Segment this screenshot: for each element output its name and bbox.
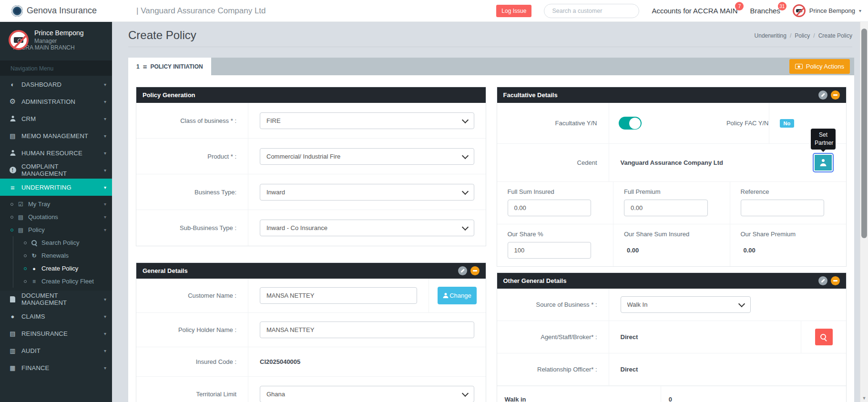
bullet-icon — [10, 203, 13, 206]
edit-panel-button[interactable] — [818, 276, 827, 285]
vertical-scrollbar[interactable]: ▼ — [860, 22, 868, 402]
scrollbar-down-arrow[interactable]: ▼ — [860, 396, 868, 401]
sidebar-item-create-policy[interactable]: Create Policy — [13, 262, 112, 275]
sidebar-item-document-management[interactable]: DOCUMENT MANAGEMENT ▾ — [0, 291, 112, 308]
edit-panel-button[interactable] — [458, 266, 467, 275]
full-sum-insured-input[interactable] — [508, 200, 592, 216]
collapse-panel-button[interactable] — [831, 90, 840, 100]
policy-children: Search Policy Renewals Create Policy Cre… — [13, 236, 112, 288]
sidebar-item-audit[interactable]: AUDIT ▾ — [0, 342, 112, 359]
chevron-down-icon: ▾ — [104, 365, 106, 371]
chevron-down-icon: ▾ — [104, 297, 106, 302]
minus-icon — [833, 280, 837, 281]
set-partner-button[interactable] — [814, 154, 833, 171]
general-details-panel: General Details Customer Name : — [136, 262, 486, 402]
breadcrumb-underwriting[interactable]: Underwriting — [755, 32, 786, 39]
panel-title: Policy Generation — [143, 91, 195, 99]
sidebar-item-renewals[interactable]: Renewals — [13, 249, 112, 262]
policy-holder-input[interactable] — [260, 322, 474, 338]
log-issue-button[interactable]: Log Issue — [496, 5, 531, 17]
sidebar-item-reinsurance[interactable]: REINSURANCE ▾ — [0, 325, 112, 342]
memo-icon — [9, 132, 17, 140]
tabs-band: 1 ≡ POLICY INITIATION Policy Actions — [128, 58, 854, 75]
minus-icon — [473, 270, 477, 271]
customer-search-input[interactable] — [544, 4, 639, 18]
chevron-down-icon: ▾ — [104, 185, 106, 190]
company-name: | Vanguard Assurance Company Ltd — [136, 6, 266, 16]
product-select[interactable]: Commercial/ Industrial Fire — [260, 148, 474, 165]
sidebar-item-finance[interactable]: FINANCE ▾ — [0, 359, 112, 376]
sidebar-item-memo-management[interactable]: MEMO MANAGEMENT ▾ — [0, 127, 112, 144]
product-select-wrap: Commercial/ Industrial Fire — [260, 148, 474, 165]
sub-business-type-select[interactable]: Inward - Co Insurance — [260, 220, 474, 236]
sidebar-item-complaint-management[interactable]: ! COMPLAINT MANAGEMENT ▾ — [0, 161, 112, 179]
breadcrumb-create-policy[interactable]: Create Policy — [818, 32, 852, 39]
audit-icon — [9, 347, 17, 354]
sidebar-item-underwriting[interactable]: UNDERWRITING ▾ — [0, 179, 112, 196]
accounts-link[interactable]: Accounts for ACCRA MAIN 7 — [652, 7, 737, 15]
chevron-down-icon: ▾ — [104, 348, 106, 353]
tab-policy-initiation[interactable]: 1 ≡ POLICY INITIATION — [128, 58, 211, 75]
policy-generation-panel: Policy Generation Class of business * : … — [136, 87, 486, 246]
chevron-down-icon: ▾ — [104, 151, 106, 156]
brand[interactable]: Genova Insurance — [11, 5, 131, 17]
policy-actions-button[interactable]: Policy Actions — [789, 59, 850, 74]
set-partner-tooltip: Set Partner — [811, 129, 836, 150]
sidebar-item-claims[interactable]: CLAIMS ▾ — [0, 308, 112, 325]
agent-search-button[interactable] — [815, 329, 833, 345]
sidebar-item-my-tray[interactable]: My Tray ▾ — [0, 198, 112, 211]
customer-name-row: Customer Name : Change — [136, 279, 486, 313]
sidebar-user-name: Prince Bempong — [34, 29, 84, 37]
collapse-panel-button[interactable] — [470, 266, 480, 275]
full-premium-input[interactable] — [624, 200, 708, 216]
change-customer-button[interactable]: Change — [438, 287, 477, 304]
panel-title: Facultative Details — [503, 91, 558, 99]
chevron-down-icon: ▾ — [104, 99, 106, 104]
source-of-business-select[interactable]: Walk In — [621, 296, 751, 313]
class-of-business-select[interactable]: FIRE — [260, 112, 474, 129]
customer-name-input[interactable] — [260, 287, 417, 304]
sidebar-user-panel: Prince Bempong Manager ACCRA MAIN BRANCH — [0, 22, 112, 57]
sidebar-item-dashboard[interactable]: DASHBOARD ▾ — [0, 76, 112, 93]
user-icon — [819, 159, 827, 166]
sidebar-avatar — [9, 30, 29, 50]
chevron-down-icon: ▾ — [104, 314, 106, 319]
user-name: Prince Bempong — [809, 7, 855, 14]
facultative-toggle[interactable] — [619, 117, 642, 130]
reference-input[interactable] — [741, 200, 825, 216]
gear-icon — [9, 97, 17, 106]
sidebar-item-search-policy[interactable]: Search Policy — [13, 236, 112, 249]
user-avatar — [793, 4, 806, 17]
edit-panel-button[interactable] — [818, 90, 827, 100]
users-icon — [9, 150, 17, 156]
policy-initiation-card: Policy Generation Class of business * : … — [128, 75, 854, 402]
branches-badge: 31 — [778, 2, 786, 10]
accounts-badge: 7 — [735, 2, 744, 10]
breadcrumb-policy[interactable]: Policy — [795, 32, 810, 39]
sidebar-item-quotations[interactable]: Quotations ▾ — [0, 211, 112, 223]
sidebar-item-policy[interactable]: Policy ▾ — [0, 223, 112, 236]
sidebar-item-crm[interactable]: CRM ▾ — [0, 110, 112, 127]
topbar: Genova Insurance | Vanguard Assurance Co… — [0, 0, 868, 22]
other-general-details-panel: Other General Details Source of Business… — [497, 272, 847, 402]
product-row: Product * : Commercial/ Industrial Fire — [136, 139, 486, 174]
tray-check-icon — [17, 201, 24, 208]
search-icon — [820, 334, 827, 341]
territorial-limit-select[interactable]: Ghana — [260, 386, 474, 402]
facultative-amounts-row: Full Sum Insured Full Premium Reference — [497, 182, 847, 224]
chevron-down-icon: ▾ — [104, 133, 106, 139]
sidebar-item-create-policy-fleet[interactable]: Create Policy Fleet — [13, 275, 112, 288]
user-menu[interactable]: Prince Bempong ▾ — [793, 4, 861, 17]
scrollbar-thumb[interactable] — [861, 29, 867, 238]
sidebar-item-human-resource[interactable]: HUMAN RESOURCE ▾ — [0, 144, 112, 161]
our-share-premium-value: 0.00 — [744, 247, 756, 254]
sub-business-type-row: Sub-Business Type : Inward - Co Insuranc… — [136, 210, 486, 246]
collapse-panel-button[interactable] — [831, 276, 840, 285]
panel-title: General Details — [143, 267, 188, 274]
our-share-pct-input[interactable] — [508, 242, 592, 259]
sidebar-item-administration[interactable]: ADMINISTRATION ▾ — [0, 93, 112, 110]
exclamation-icon: ! — [9, 167, 17, 173]
branches-link[interactable]: Branches 31 — [750, 7, 780, 15]
document-icon — [9, 296, 17, 302]
business-type-select[interactable]: Inward — [260, 184, 474, 201]
